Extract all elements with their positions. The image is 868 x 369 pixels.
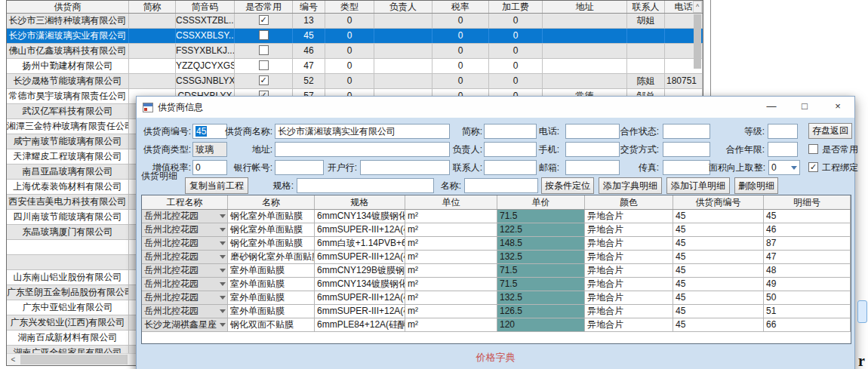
name-filter-label: 名称: xyxy=(431,178,461,193)
detail-column-header[interactable]: 单位 xyxy=(405,195,497,209)
checked-checkbox[interactable]: ✓ xyxy=(259,75,269,85)
address-label: 地址: xyxy=(220,142,272,157)
column-header[interactable]: 税率 xyxy=(432,1,489,13)
delete-detail-button[interactable]: 删除明细 xyxy=(734,177,778,194)
project-name-dropdown[interactable]: 岳州北控花园 xyxy=(142,278,228,291)
close-button[interactable]: × xyxy=(821,97,854,118)
detail-row[interactable]: 长沙龙湖祺鑫星座钢化双面不贴膜6mmPLE84+12A(硅酮胶...m²120异… xyxy=(142,318,851,332)
detail-table: 工程名称名称规格单位单价颜色供货商编号明细号 岳州北控花园钢化室外单面贴膜6mm… xyxy=(141,195,851,344)
chevron-down-icon xyxy=(220,309,226,313)
common-use-checkbox[interactable]: 是否常用 xyxy=(808,142,858,157)
project-name-dropdown[interactable]: 岳州北控花园 xyxy=(142,291,228,304)
scroll-left-icon[interactable]: < xyxy=(8,355,19,364)
supplier-row[interactable]: 扬州中勤建材有限公司YZZQJCYXGS47000 xyxy=(7,59,703,74)
column-header[interactable]: 简称 xyxy=(129,1,176,13)
cell-name: 咸宁南玻节能玻璃有限公司 xyxy=(7,134,129,149)
cell-fee: 0 xyxy=(489,59,543,73)
detail-column-header[interactable]: 单价 xyxy=(497,195,585,209)
detail-cell: 室外单面贴膜 xyxy=(228,278,315,291)
column-header[interactable]: 加工费 xyxy=(489,1,543,13)
project-name-dropdown[interactable]: 长沙龙湖祺鑫星座 xyxy=(142,318,228,331)
detail-row[interactable]: 岳州北控花园室外单面贴膜6mmSUPER-III+12A(硅...m²132.5… xyxy=(142,291,851,305)
column-header[interactable]: 供货商 xyxy=(7,1,129,13)
column-header[interactable]: 类型 xyxy=(325,1,374,13)
vertical-scrollbar-thumb[interactable] xyxy=(694,14,701,69)
detail-column-header[interactable]: 工程名称 xyxy=(142,195,228,209)
minimize-button[interactable]: — xyxy=(755,97,788,118)
cell-manager xyxy=(374,59,432,73)
supplier-row[interactable]: 佛山市亿鑫玻璃科技有限公司FSSYXBLKJ...46000 xyxy=(7,44,703,59)
cell-tax: 0 xyxy=(432,74,489,88)
project-name-dropdown[interactable]: 岳州北控花园 xyxy=(142,223,228,236)
bank-account-field[interactable] xyxy=(275,160,324,175)
project-name-dropdown[interactable]: 岳州北控花园 xyxy=(142,210,228,223)
grade-field[interactable] xyxy=(768,124,798,139)
add-order-detail-button[interactable]: 添加订单明细 xyxy=(666,177,730,194)
detail-column-header[interactable]: 规格 xyxy=(315,195,405,209)
detail-cell: 45 xyxy=(673,291,764,304)
cell-name: 扬州中勤建材有限公司 xyxy=(7,59,129,73)
cell-type: 0 xyxy=(325,29,374,43)
detail-row[interactable]: 岳州北控花园室外单面贴膜6mmCNY134镀膜钢化m²71.5异地合片4549 xyxy=(142,278,851,291)
save-return-button[interactable]: 存盘返回 xyxy=(808,123,852,139)
email-field[interactable] xyxy=(565,160,620,175)
detail-row[interactable]: 岳州北控花园钢化室外单面贴膜6mm白玻+1.14PVB+6mm...m²148.… xyxy=(142,237,851,251)
supplier-id-label: 供货商编号: xyxy=(137,124,191,139)
detail-row[interactable]: 岳州北控花园室外单面贴膜6mmSUPER-III+12A(硅...m²126.5… xyxy=(142,305,851,318)
detail-cell: 148.5 xyxy=(497,237,585,250)
detail-column-header[interactable]: 明细号 xyxy=(764,195,851,209)
delivery-field[interactable] xyxy=(663,142,710,157)
detail-column-header[interactable]: 名称 xyxy=(228,195,315,209)
coop-status-field[interactable] xyxy=(663,124,710,139)
project-name-dropdown[interactable]: 岳州北控花园 xyxy=(142,251,228,263)
area-roundup-dropdown[interactable]: 0 xyxy=(768,160,800,175)
maximize-button[interactable]: □ xyxy=(788,97,821,118)
unchecked-checkbox[interactable] xyxy=(808,144,818,154)
detail-cell: 45 xyxy=(673,305,764,318)
column-header[interactable]: 地址 xyxy=(543,1,627,13)
detail-column-header[interactable]: 供货商编号 xyxy=(673,195,764,209)
detail-row[interactable]: 岳州北控花园钢化室外单面贴膜6mmCNY134镀膜钢化m²71.5异地合片454… xyxy=(142,210,851,223)
unchecked-checkbox[interactable] xyxy=(259,30,269,40)
address-field[interactable] xyxy=(275,142,450,157)
cell-type: 0 xyxy=(325,59,374,73)
name-filter-input[interactable] xyxy=(464,178,538,193)
checked-checkbox[interactable]: ✓ xyxy=(808,162,818,172)
column-header[interactable]: 是否常用 xyxy=(235,1,293,13)
supplier-name-field[interactable] xyxy=(275,124,450,139)
column-header[interactable]: 编号 xyxy=(293,1,325,13)
unchecked-checkbox[interactable] xyxy=(259,60,269,70)
project-name-dropdown[interactable]: 岳州北控花园 xyxy=(142,264,228,277)
common-use-label: 是否常用 xyxy=(822,144,858,155)
chevron-down-icon xyxy=(220,282,226,286)
background-scrollbar-thumb[interactable] xyxy=(857,300,867,323)
locate-by-condition-button[interactable]: 按条件定位 xyxy=(541,177,594,194)
supplier-row[interactable]: 长沙市三湘特种玻璃有限公司CSSSXTZBL...✓13000胡姐 xyxy=(7,14,703,29)
project-name-dropdown[interactable]: 岳州北控花园 xyxy=(142,237,228,250)
supplier-row[interactable]: 长沙市潇湘玻璃实业有限公司CSSXXBLSY...45000 xyxy=(7,29,703,44)
detail-row[interactable]: 岳州北控花园室外单面贴膜6mmCNY129B镀膜钢化m²71.5异地合片4548 xyxy=(142,264,851,278)
detail-row[interactable]: 岳州北控花园磨砂钢化室外单面贴膜6mmSUPER-III+12A(硅...m²1… xyxy=(142,251,851,264)
horizontal-scrollbar-thumb[interactable] xyxy=(20,355,128,364)
detail-cell: 室外单面贴膜 xyxy=(228,264,315,277)
column-header[interactable]: 简音码 xyxy=(176,1,235,13)
cell-name: 上海优泰装饰材料有限公司 xyxy=(7,180,129,194)
column-header[interactable]: 负责人 xyxy=(374,1,432,13)
detail-row[interactable]: 岳州北控花园钢化室外单面贴膜6mmSUPER-III+12A(硅...m²122… xyxy=(142,223,851,237)
dialog-titlebar[interactable]: 供货商信息 — □ × xyxy=(137,97,854,118)
scroll-up-icon[interactable]: ^ xyxy=(693,1,702,13)
chevron-down-icon xyxy=(220,241,226,245)
project-name-dropdown[interactable]: 岳州北控花园 xyxy=(142,305,228,318)
detail-cell: m² xyxy=(405,318,497,331)
column-header[interactable]: 联系人 xyxy=(627,1,665,13)
supplier-row[interactable]: 长沙晟格节能玻璃有限公司CSSGJNBLYXGS✓52000陈姐180751 xyxy=(7,74,703,89)
project-bind-checkbox[interactable]: ✓工程绑定 xyxy=(808,160,858,175)
cell-name: 湘潭三金特种玻璃有限责任公司 xyxy=(7,119,129,134)
spec-filter-input[interactable] xyxy=(297,178,434,193)
checked-checkbox[interactable]: ✓ xyxy=(259,15,269,25)
add-dictionary-detail-button[interactable]: 添加字典明细 xyxy=(599,177,662,194)
coop-years-field[interactable] xyxy=(768,142,798,157)
unchecked-checkbox[interactable] xyxy=(259,45,269,55)
copy-current-project-button[interactable]: 复制当前工程 xyxy=(185,177,248,194)
detail-column-header[interactable]: 颜色 xyxy=(585,195,673,209)
